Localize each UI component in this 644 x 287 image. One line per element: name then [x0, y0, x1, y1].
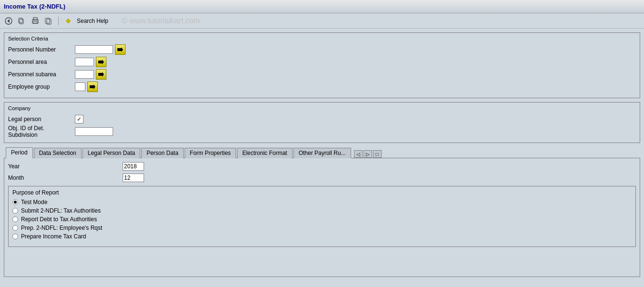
search-help-button[interactable]: Search Help — [77, 18, 108, 24]
legal-person-label: Legal person — [8, 116, 75, 123]
company-title: Company — [8, 105, 636, 111]
selection-criteria-title: Selection Criteria — [8, 36, 636, 41]
toolbar-sep — [58, 17, 59, 25]
tab-other-payroll[interactable]: Other Payroll Ru... — [293, 148, 351, 158]
tab-form-properties[interactable]: Form Properties — [185, 148, 236, 158]
obj-id-row: Obj. ID of Det. Subdivision — [8, 126, 636, 137]
radio-submit-2ndfl-btn[interactable] — [12, 208, 18, 214]
radio-test-mode-label: Test Mode — [21, 199, 47, 205]
personnel-number-input[interactable] — [75, 45, 113, 54]
toolbar-icon-2[interactable] — [17, 16, 27, 26]
personnel-area-arrow[interactable] — [96, 57, 106, 67]
radio-test-mode[interactable]: Test Mode — [12, 199, 632, 205]
employee-group-label: Employee group — [8, 83, 75, 90]
company-section: Company Legal person ✓ Obj. ID of Det. S… — [4, 102, 640, 143]
radio-report-debt-label: Report Debt to Tax Authorities — [21, 216, 97, 223]
toolbar-icon-1[interactable] — [4, 16, 13, 26]
month-label: Month — [8, 174, 123, 181]
radio-report-debt[interactable]: Report Debt to Tax Authorities — [12, 216, 632, 223]
tabs-container: Period Data Selection Legal Person Data … — [4, 147, 640, 158]
obj-id-label: Obj. ID of Det. Subdivision — [8, 125, 75, 138]
toolbar-icon-4[interactable] — [44, 16, 53, 26]
tab-electronic-format[interactable]: Electronic Format — [237, 148, 292, 158]
personnel-area-label: Personnel area — [8, 59, 75, 65]
svg-marker-10 — [98, 60, 104, 64]
radio-prep-2ndfl-label: Prep. 2-NDFL: Employee's Rqst — [21, 225, 102, 231]
year-label: Year — [8, 163, 123, 170]
tab-person-data[interactable]: Person Data — [141, 148, 184, 158]
radio-prep-2ndfl[interactable]: Prep. 2-NDFL: Employee's Rqst — [12, 225, 632, 231]
radio-prepare-income-tax-btn[interactable] — [12, 234, 18, 239]
tab-scroll-left[interactable]: ◁ — [354, 150, 363, 158]
tab-legal-person-data[interactable]: Legal Person Data — [83, 148, 140, 158]
toolbar-icon-diamond — [63, 16, 73, 26]
month-row: Month — [8, 174, 636, 182]
personnel-subarea-arrow[interactable] — [96, 69, 106, 80]
app-title: Income Tax (2-NDFL) — [4, 3, 65, 10]
tab-scroll-menu[interactable]: □ — [373, 150, 382, 158]
personnel-subarea-input[interactable] — [75, 70, 94, 79]
svg-marker-8 — [66, 19, 71, 23]
purpose-title: Purpose of Report — [12, 189, 632, 196]
personnel-area-input[interactable] — [75, 58, 94, 66]
tab-content-period: Year Month Purpose of Report Test Mode S… — [4, 158, 640, 277]
obj-id-input[interactable] — [75, 127, 113, 136]
svg-marker-12 — [90, 84, 95, 89]
svg-marker-11 — [98, 72, 104, 77]
radio-report-debt-btn[interactable] — [12, 216, 18, 222]
legal-person-checkbox[interactable]: ✓ — [75, 115, 83, 123]
employee-group-arrow[interactable] — [87, 82, 98, 92]
month-input[interactable] — [123, 174, 144, 182]
tab-scroll-right[interactable]: ▷ — [364, 150, 372, 158]
radio-prepare-income-tax[interactable]: Prepare Income Tax Card — [12, 233, 632, 240]
svg-marker-9 — [117, 47, 123, 52]
radio-prepare-income-tax-label: Prepare Income Tax Card — [21, 233, 86, 240]
watermark: © www.tutorialkart.com — [122, 17, 200, 25]
personnel-area-row: Personnel area — [8, 57, 636, 67]
title-bar: Income Tax (2-NDFL) — [0, 0, 644, 13]
tab-data-selection[interactable]: Data Selection — [34, 148, 82, 158]
toolbar: Search Help © www.tutorialkart.com — [0, 13, 644, 29]
year-input[interactable] — [123, 162, 144, 171]
personnel-subarea-row: Personnel subarea — [8, 69, 636, 80]
radio-prep-2ndfl-btn[interactable] — [12, 225, 18, 231]
main-content: Selection Criteria Personnel Number Pers… — [0, 29, 644, 281]
personnel-number-arrow[interactable] — [115, 44, 125, 55]
tab-scroll-buttons: ◁ ▷ □ — [354, 150, 382, 158]
personnel-number-label: Personnel Number — [8, 46, 75, 53]
legal-person-row: Legal person ✓ — [8, 114, 636, 124]
tab-period[interactable]: Period — [6, 147, 33, 158]
purpose-of-report-section: Purpose of Report Test Mode Submit 2-NDF… — [8, 186, 636, 247]
radio-submit-2ndfl[interactable]: Submit 2-NDFL: Tax Authorities — [12, 207, 632, 214]
personnel-subarea-label: Personnel subarea — [8, 71, 75, 78]
year-row: Year — [8, 162, 636, 171]
toolbar-icon-print[interactable] — [31, 16, 40, 26]
employee-group-row: Employee group — [8, 82, 636, 92]
radio-test-mode-btn[interactable] — [12, 199, 18, 205]
selection-criteria-section: Selection Criteria Personnel Number Pers… — [4, 32, 640, 98]
employee-group-input[interactable] — [75, 82, 85, 91]
personnel-number-row: Personnel Number — [8, 44, 636, 55]
radio-submit-2ndfl-label: Submit 2-NDFL: Tax Authorities — [21, 207, 101, 214]
